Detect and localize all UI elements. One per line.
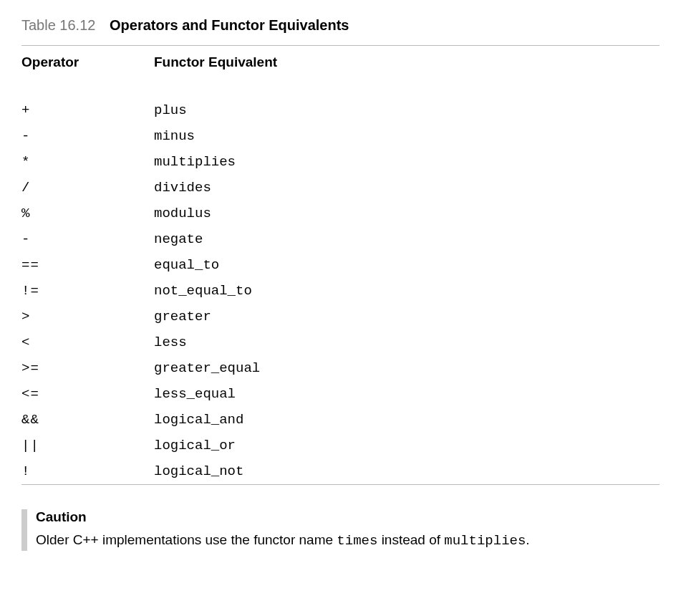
cell-operator: <= bbox=[21, 386, 154, 402]
cell-functor: logical_or bbox=[154, 438, 236, 453]
cell-operator: < bbox=[21, 335, 154, 350]
cell-operator: + bbox=[21, 102, 154, 118]
table-row: <=less_equal bbox=[21, 381, 660, 407]
cell-functor: equal_to bbox=[154, 257, 219, 273]
table-row: -negate bbox=[21, 226, 660, 252]
cell-operator: - bbox=[21, 128, 154, 144]
table-row: !logical_not bbox=[21, 458, 660, 484]
table-row: ||logical_or bbox=[21, 433, 660, 458]
cell-functor: less bbox=[154, 335, 187, 350]
rule-bottom bbox=[21, 484, 660, 485]
cell-operator: % bbox=[21, 206, 154, 221]
table-row: +plus bbox=[21, 97, 660, 123]
table-row: *multiplies bbox=[21, 149, 660, 175]
table-row: &&logical_and bbox=[21, 407, 660, 433]
cell-functor: logical_and bbox=[154, 412, 243, 428]
cell-operator: / bbox=[21, 180, 154, 196]
caution-text-post: . bbox=[526, 532, 529, 547]
table-row: %modulus bbox=[21, 201, 660, 226]
caution-title: Caution bbox=[36, 509, 660, 525]
cell-operator: >= bbox=[21, 360, 154, 376]
cell-functor: negate bbox=[154, 231, 203, 247]
cell-operator: || bbox=[21, 438, 154, 453]
table-body: +plus-minus*multiplies/divides%modulus-n… bbox=[21, 97, 660, 484]
table-row: <less bbox=[21, 329, 660, 355]
cell-functor: not_equal_to bbox=[154, 283, 252, 299]
table-row: >greater bbox=[21, 304, 660, 329]
table-row: >=greater_equal bbox=[21, 355, 660, 381]
cell-functor: modulus bbox=[154, 206, 211, 221]
header-operator: Operator bbox=[21, 54, 154, 70]
cell-functor: divides bbox=[154, 180, 211, 196]
caution-text-pre: Older C++ implementations use the functo… bbox=[36, 532, 337, 547]
cell-functor: greater bbox=[154, 309, 211, 324]
cell-operator: * bbox=[21, 154, 154, 170]
cell-operator: != bbox=[21, 283, 154, 299]
caution-block: Caution Older C++ implementations use th… bbox=[21, 509, 660, 551]
caution-text-mid: instead of bbox=[377, 532, 444, 547]
table-row: ==equal_to bbox=[21, 252, 660, 278]
table-caption: Table 16.12 Operators and Functor Equiva… bbox=[21, 17, 660, 34]
cell-operator: == bbox=[21, 257, 154, 273]
cell-functor: less_equal bbox=[154, 386, 236, 402]
table-header-row: Operator Functor Equivalent bbox=[21, 46, 660, 97]
caution-code-1: times bbox=[337, 533, 377, 549]
cell-functor: plus bbox=[154, 102, 187, 118]
cell-functor: logical_not bbox=[154, 463, 243, 479]
table-row: !=not_equal_to bbox=[21, 278, 660, 304]
table-row: /divides bbox=[21, 175, 660, 201]
cell-operator: > bbox=[21, 309, 154, 324]
caution-text: Older C++ implementations use the functo… bbox=[36, 531, 660, 551]
cell-operator: ! bbox=[21, 463, 154, 479]
table-title: Operators and Functor Equivalents bbox=[110, 17, 349, 33]
caution-code-2: multiplies bbox=[444, 533, 526, 549]
cell-operator: && bbox=[21, 412, 154, 428]
table-row: -minus bbox=[21, 123, 660, 149]
cell-operator: - bbox=[21, 231, 154, 247]
header-functor: Functor Equivalent bbox=[154, 54, 277, 70]
cell-functor: multiplies bbox=[154, 154, 236, 170]
cell-functor: greater_equal bbox=[154, 360, 260, 376]
cell-functor: minus bbox=[154, 128, 195, 144]
table-number: Table 16.12 bbox=[21, 17, 95, 33]
